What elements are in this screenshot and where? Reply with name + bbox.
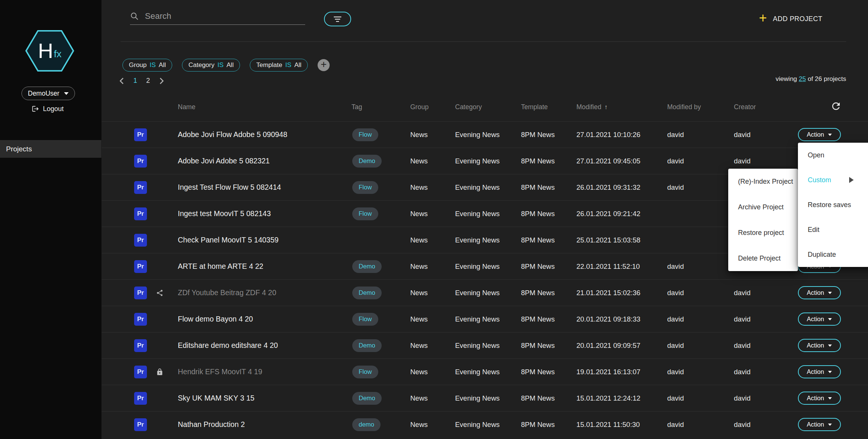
project-type-cell: Pr [134,122,147,148]
premiere-icon: Pr [134,366,147,378]
premiere-icon: Pr [134,260,147,273]
modified-cell: 22.01.2021 11:52:10 [576,253,640,279]
group-cell: News [410,148,428,174]
table-row[interactable]: Pr Adobe Jovi Flow Adobe 5 090948 Flow N… [0,121,868,148]
pagination: 1 2 [119,77,164,85]
category-cell: Evening News [455,359,500,385]
filter-chip-category[interactable]: Category IS All [182,59,240,72]
page-prev-button[interactable] [119,77,124,85]
modified-cell: 15.01.2021 11:50:30 [576,412,640,437]
col-header-modified-by[interactable]: Modified by [667,103,701,111]
menu-item-open[interactable]: Open [798,143,868,168]
menu-item-edit[interactable]: Edit [798,217,868,242]
plus-icon: + [759,11,767,25]
filter-chip-template[interactable]: Template IS All [250,59,308,72]
col-header-group[interactable]: Group [410,103,429,111]
project-name: Check Panel MoovIT 5 140359 [178,227,278,253]
action-button[interactable]: Action [798,128,841,141]
menu-item-custom[interactable]: Custom [798,168,868,192]
table-row[interactable]: Pr ZDf Youtube Beitrag ZDF 4 20 Demo New… [0,279,868,306]
category-cell: Evening News [455,385,500,411]
modified-by-cell: david [667,253,684,279]
menu-item-restore-project[interactable]: Restore project [728,220,798,245]
menu-item-duplicate[interactable]: Duplicate [798,242,868,267]
add-project-button[interactable]: + ADD PROJECT [759,11,822,26]
page-next-button[interactable] [159,77,164,85]
template-cell: 8PM News [521,148,555,174]
filter-list-icon [333,16,342,23]
add-filter-button[interactable]: + [318,59,330,71]
category-cell: Evening News [455,332,500,358]
table-row[interactable]: Pr Sky UK MAM SKY 3 15 Demo News Evening… [0,385,868,411]
group-cell: News [410,122,428,148]
col-header-template[interactable]: Template [521,103,548,111]
template-cell: 8PM News [521,227,555,253]
logout-button[interactable]: Logout [32,103,64,114]
modified-by-cell: david [667,148,684,174]
action-button[interactable]: Action [798,365,841,378]
col-header-tag[interactable]: Tag [351,103,362,111]
action-button[interactable]: Action [798,418,841,431]
group-cell: News [410,227,428,253]
search-input[interactable] [144,11,305,21]
tag-badge: Flow [352,128,378,141]
action-button[interactable]: Action [798,286,841,299]
sort-filter-button[interactable] [324,12,351,26]
project-type-cell: Pr [134,280,147,306]
premiere-icon: Pr [134,287,147,299]
tag-cell: Demo [352,280,382,306]
chip-value: All [226,61,234,69]
tag-badge: Demo [352,260,382,273]
project-name: Flow demo Bayon 4 20 [178,306,253,332]
category-cell: Evening News [455,306,500,332]
table-row[interactable]: Pr Editshare demo editshare 4 20 Demo Ne… [0,332,868,358]
template-cell: 8PM News [521,174,555,200]
creator-cell: david [734,332,750,358]
group-cell: News [410,174,428,200]
caret-down-icon [828,318,832,320]
chip-operator: IS [150,61,156,69]
filter-chip-group[interactable]: Group IS All [122,59,172,72]
menu-item-delete-project[interactable]: Delete Project [728,245,798,271]
tag-cell: Flow [352,306,378,332]
group-cell: News [410,280,428,306]
menu-item-reindex-project[interactable]: (Re)-Index Project [728,169,798,194]
table-row[interactable]: Pr Nathan Production 2 demo News Evening… [0,411,868,437]
col-header-name[interactable]: Name [178,103,196,111]
action-button[interactable]: Action [798,392,841,405]
viewing-suffix: of 26 projects [808,75,846,82]
user-name-label: DemoUser [28,90,60,98]
tag-badge: Flow [352,207,378,220]
sidebar-item-projects[interactable]: Projects [0,140,101,158]
menu-item-restore-saves[interactable]: Restore saves [798,192,868,217]
status-cell [156,359,164,385]
chip-field: Template [256,61,282,69]
tag-cell: Demo [352,253,382,279]
col-header-category[interactable]: Category [455,103,482,111]
tag-badge: Demo [352,287,382,299]
chip-field: Category [188,61,214,69]
table-row[interactable]: Pr Hendrik EFS MoovIT 4 19 Flow News Eve… [0,358,868,385]
table-row[interactable]: Pr Flow demo Bayon 4 20 Flow News Evenin… [0,306,868,332]
category-cell: Evening News [455,201,500,227]
col-header-creator[interactable]: Creator [734,103,756,111]
project-name: Hendrik EFS MoovIT 4 19 [178,359,262,385]
page-2-button[interactable]: 2 [146,77,150,85]
action-cell: Action [798,359,841,385]
sidebar-item-label: Projects [6,145,32,153]
refresh-button[interactable] [830,100,842,113]
col-header-modified[interactable]: Modified ↑ [576,103,608,111]
modified-cell: 19.01.2021 16:13:07 [576,359,640,385]
page-1-button[interactable]: 1 [133,77,137,85]
menu-item-archive-project[interactable]: Archive Project [728,194,798,220]
project-type-cell: Pr [134,412,147,437]
action-button[interactable]: Action [798,339,841,352]
tag-cell: Flow [352,122,378,148]
modified-by-cell: david [667,412,684,437]
action-button[interactable]: Action [798,312,841,326]
project-type-cell: Pr [134,306,147,332]
user-menu-button[interactable]: DemoUser [21,87,75,100]
action-cell: Action [798,385,841,411]
viewing-count-link[interactable]: 25 [799,75,806,82]
viewing-prefix: viewing [776,75,797,82]
